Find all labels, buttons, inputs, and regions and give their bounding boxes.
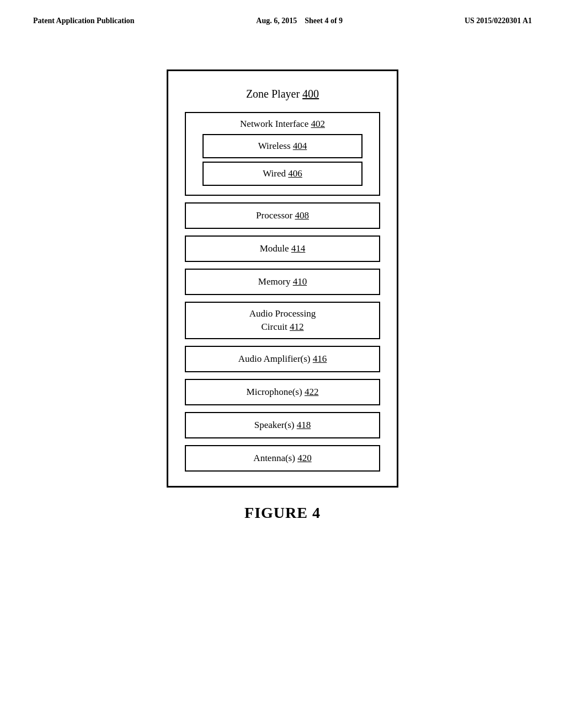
speaker-box: Speaker(s) 418	[185, 412, 380, 438]
audio-processing-circuit-box: Audio ProcessingCircuit 412	[185, 302, 380, 339]
header-date: Aug. 6, 2015	[256, 17, 297, 25]
module-box: Module 414	[185, 235, 380, 262]
wireless-box: Wireless 404	[202, 134, 363, 158]
microphone-box: Microphone(s) 422	[185, 379, 380, 405]
wireless-number: 404	[293, 141, 307, 151]
memory-box: Memory 410	[185, 269, 380, 295]
diagram-area: Zone Player 400 Network Interface 402 Wi…	[0, 36, 565, 522]
page-header: Patent Application Publication Aug. 6, 2…	[0, 0, 565, 36]
audio-amplifier-box: Audio Amplifier(s) 416	[185, 346, 380, 372]
zone-player-label: Zone Player 400	[179, 82, 386, 109]
antenna-box: Antenna(s) 420	[185, 445, 380, 472]
header-publication-label: Patent Application Publication	[33, 17, 135, 25]
wired-box: Wired 406	[202, 162, 363, 186]
processor-box: Processor 408	[185, 202, 380, 229]
audio-processing-circuit-number: 412	[290, 322, 304, 332]
processor-number: 408	[295, 210, 309, 221]
header-date-sheet: Aug. 6, 2015 Sheet 4 of 9	[256, 17, 343, 25]
speaker-number: 418	[297, 420, 311, 430]
figure-caption: FIGURE 4	[244, 504, 321, 522]
zone-player-number: 400	[302, 88, 319, 100]
wired-number: 406	[288, 168, 302, 179]
module-number: 414	[291, 243, 306, 254]
memory-number: 410	[293, 276, 307, 287]
microphone-number: 422	[305, 387, 319, 397]
network-interface-label: Network Interface 402	[191, 119, 374, 130]
antenna-number: 420	[297, 453, 312, 463]
audio-amplifier-number: 416	[313, 354, 327, 364]
header-patent-number: US 2015/0220301 A1	[465, 17, 532, 25]
header-sheet: Sheet 4 of 9	[305, 17, 343, 25]
zone-player-box: Zone Player 400 Network Interface 402 Wi…	[167, 69, 398, 488]
network-interface-number: 402	[311, 119, 325, 129]
network-interface-box: Network Interface 402 Wireless 404 Wired…	[185, 112, 380, 196]
